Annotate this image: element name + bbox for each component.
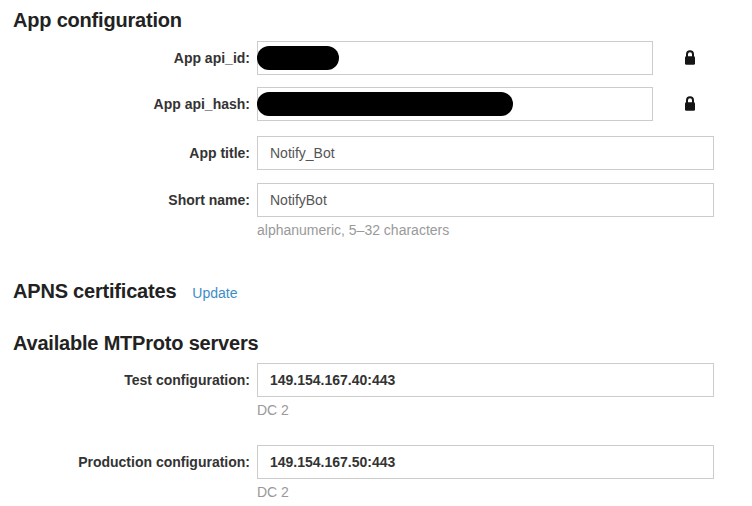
production-configuration-helper-text: DC 2 bbox=[257, 484, 714, 501]
form-row-production-configuration: Production configuration: DC 2 bbox=[0, 445, 752, 501]
app-title-label: App title: bbox=[0, 136, 250, 170]
form-row-short-name: Short name: alphanumeric, 5–32 character… bbox=[0, 183, 752, 239]
test-configuration-input[interactable] bbox=[257, 363, 714, 397]
section-heading-apns-certificates: APNS certificates bbox=[13, 279, 176, 303]
section-heading-app-configuration: App configuration bbox=[13, 8, 752, 32]
mtproto-form: Test configuration: DC 2 Production conf… bbox=[0, 363, 752, 501]
api-hash-label: App api_hash: bbox=[0, 87, 250, 121]
form-row-api-id: App api_id: bbox=[0, 41, 752, 75]
short-name-helper-text: alphanumeric, 5–32 characters bbox=[257, 222, 714, 239]
section-mtproto-servers: Available MTProto servers Test configura… bbox=[0, 331, 752, 501]
api-id-label: App api_id: bbox=[0, 41, 250, 75]
short-name-field: alphanumeric, 5–32 characters bbox=[257, 183, 714, 239]
production-configuration-field: DC 2 bbox=[257, 445, 714, 501]
test-configuration-helper-text: DC 2 bbox=[257, 402, 714, 419]
production-configuration-label: Production configuration: bbox=[0, 445, 250, 479]
app-title-field bbox=[257, 136, 714, 170]
lock-icon bbox=[683, 49, 697, 66]
form-row-api-hash: App api_hash: bbox=[0, 87, 752, 121]
api-id-input[interactable] bbox=[257, 41, 653, 75]
app-configuration-page: App configuration App api_id: App api_ha… bbox=[0, 0, 752, 501]
app-configuration-form: App api_id: App api_hash: bbox=[0, 41, 752, 239]
api-hash-input[interactable] bbox=[257, 87, 653, 121]
app-title-input[interactable] bbox=[257, 136, 714, 170]
short-name-input[interactable] bbox=[257, 183, 714, 217]
test-configuration-label: Test configuration: bbox=[0, 363, 250, 397]
form-row-test-configuration: Test configuration: DC 2 bbox=[0, 363, 752, 419]
lock-icon bbox=[683, 95, 697, 112]
short-name-label: Short name: bbox=[0, 183, 250, 217]
section-apns-certificates: APNS certificates Update bbox=[0, 279, 752, 303]
api-hash-field bbox=[257, 87, 653, 121]
test-configuration-field: DC 2 bbox=[257, 363, 714, 419]
production-configuration-input[interactable] bbox=[257, 445, 714, 479]
api-id-field bbox=[257, 41, 653, 75]
section-heading-mtproto-servers: Available MTProto servers bbox=[13, 331, 752, 355]
apns-update-link[interactable]: Update bbox=[192, 285, 237, 301]
form-row-app-title: App title: bbox=[0, 136, 752, 170]
